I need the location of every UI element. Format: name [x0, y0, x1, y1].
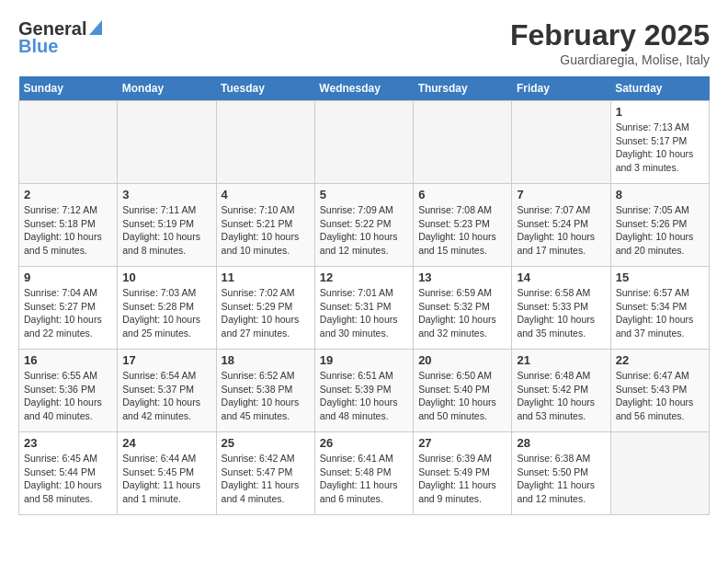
day-info: Sunrise: 6:41 AM Sunset: 5:48 PM Dayligh… — [320, 452, 408, 506]
day-number: 8 — [616, 188, 704, 201]
logo: General Blue — [18, 18, 102, 57]
day-info: Sunrise: 7:13 AM Sunset: 5:17 PM Dayligh… — [616, 121, 704, 175]
calendar-cell: 6Sunrise: 7:08 AM Sunset: 5:23 PM Daylig… — [414, 184, 512, 267]
calendar-cell — [314, 101, 413, 184]
calendar-cell: 13Sunrise: 6:59 AM Sunset: 5:32 PM Dayli… — [414, 267, 512, 350]
calendar-table: SundayMondayTuesdayWednesdayThursdayFrid… — [18, 76, 710, 515]
day-info: Sunrise: 6:52 AM Sunset: 5:38 PM Dayligh… — [222, 369, 310, 423]
location: Guardiaregia, Molise, Italy — [510, 52, 710, 67]
day-number: 12 — [320, 270, 408, 284]
calendar-cell: 20Sunrise: 6:50 AM Sunset: 5:40 PM Dayli… — [414, 350, 512, 432]
calendar-cell: 23Sunrise: 6:45 AM Sunset: 5:44 PM Dayli… — [19, 432, 118, 515]
title-block: February 2025 Guardiaregia, Molise, Ital… — [510, 18, 710, 67]
week-row-3: 16Sunrise: 6:55 AM Sunset: 5:36 PM Dayli… — [19, 350, 710, 432]
day-number: 1 — [616, 105, 704, 119]
calendar-cell: 18Sunrise: 6:52 AM Sunset: 5:38 PM Dayli… — [216, 350, 314, 432]
calendar-body: 1Sunrise: 7:13 AM Sunset: 5:17 PM Daylig… — [19, 101, 710, 515]
calendar-cell: 4Sunrise: 7:10 AM Sunset: 5:21 PM Daylig… — [216, 184, 314, 267]
calendar-cell — [118, 101, 216, 184]
day-info: Sunrise: 6:38 AM Sunset: 5:50 PM Dayligh… — [517, 452, 605, 506]
header-wednesday: Wednesday — [314, 76, 413, 101]
day-info: Sunrise: 7:02 AM Sunset: 5:29 PM Dayligh… — [222, 286, 310, 340]
day-number: 11 — [222, 270, 310, 284]
calendar-cell: 11Sunrise: 7:02 AM Sunset: 5:29 PM Dayli… — [216, 267, 314, 350]
calendar-cell: 22Sunrise: 6:47 AM Sunset: 5:43 PM Dayli… — [610, 350, 709, 432]
day-info: Sunrise: 7:08 AM Sunset: 5:23 PM Dayligh… — [418, 203, 506, 258]
day-number: 5 — [320, 188, 408, 201]
day-number: 10 — [122, 270, 210, 284]
calendar-cell — [216, 101, 314, 184]
calendar-cell: 17Sunrise: 6:54 AM Sunset: 5:37 PM Dayli… — [118, 350, 216, 432]
calendar-cell — [414, 101, 512, 184]
calendar-cell: 10Sunrise: 7:03 AM Sunset: 5:28 PM Dayli… — [118, 267, 216, 350]
day-number: 6 — [418, 188, 506, 201]
day-info: Sunrise: 7:12 AM Sunset: 5:18 PM Dayligh… — [24, 203, 112, 258]
day-number: 2 — [24, 188, 112, 201]
week-row-0: 1Sunrise: 7:13 AM Sunset: 5:17 PM Daylig… — [19, 101, 710, 184]
day-info: Sunrise: 6:55 AM Sunset: 5:36 PM Dayligh… — [24, 369, 112, 423]
day-info: Sunrise: 7:07 AM Sunset: 5:24 PM Dayligh… — [517, 203, 605, 258]
calendar-cell: 27Sunrise: 6:39 AM Sunset: 5:49 PM Dayli… — [414, 432, 512, 515]
day-number: 4 — [222, 188, 310, 201]
header-tuesday: Tuesday — [216, 76, 314, 101]
day-info: Sunrise: 6:42 AM Sunset: 5:47 PM Dayligh… — [222, 452, 310, 506]
calendar-cell — [610, 432, 709, 515]
day-info: Sunrise: 7:04 AM Sunset: 5:27 PM Dayligh… — [24, 286, 112, 340]
header-saturday: Saturday — [610, 76, 709, 101]
logo-blue-text: Blue — [18, 36, 58, 57]
calendar-cell: 25Sunrise: 6:42 AM Sunset: 5:47 PM Dayli… — [216, 432, 314, 515]
day-info: Sunrise: 6:44 AM Sunset: 5:45 PM Dayligh… — [122, 452, 210, 506]
calendar-cell — [512, 101, 610, 184]
day-info: Sunrise: 6:51 AM Sunset: 5:39 PM Dayligh… — [320, 369, 408, 423]
day-number: 28 — [517, 436, 605, 450]
calendar-cell: 3Sunrise: 7:11 AM Sunset: 5:19 PM Daylig… — [118, 184, 216, 267]
calendar-cell — [19, 101, 118, 184]
calendar-cell: 14Sunrise: 6:58 AM Sunset: 5:33 PM Dayli… — [512, 267, 610, 350]
day-number: 22 — [616, 353, 704, 367]
calendar-cell: 8Sunrise: 7:05 AM Sunset: 5:26 PM Daylig… — [610, 184, 709, 267]
calendar-cell: 12Sunrise: 7:01 AM Sunset: 5:31 PM Dayli… — [314, 267, 413, 350]
week-row-2: 9Sunrise: 7:04 AM Sunset: 5:27 PM Daylig… — [19, 267, 710, 350]
week-row-1: 2Sunrise: 7:12 AM Sunset: 5:18 PM Daylig… — [19, 184, 710, 267]
day-number: 25 — [222, 436, 310, 450]
calendar-cell: 16Sunrise: 6:55 AM Sunset: 5:36 PM Dayli… — [19, 350, 118, 432]
calendar-cell: 9Sunrise: 7:04 AM Sunset: 5:27 PM Daylig… — [19, 267, 118, 350]
header-friday: Friday — [512, 76, 610, 101]
header-monday: Monday — [118, 76, 216, 101]
calendar-cell: 15Sunrise: 6:57 AM Sunset: 5:34 PM Dayli… — [610, 267, 709, 350]
header-row: SundayMondayTuesdayWednesdayThursdayFrid… — [19, 76, 710, 101]
day-number: 21 — [517, 353, 605, 367]
day-number: 20 — [418, 353, 506, 367]
calendar-cell: 19Sunrise: 6:51 AM Sunset: 5:39 PM Dayli… — [314, 350, 413, 432]
calendar-cell: 24Sunrise: 6:44 AM Sunset: 5:45 PM Dayli… — [118, 432, 216, 515]
day-info: Sunrise: 6:54 AM Sunset: 5:37 PM Dayligh… — [122, 369, 210, 423]
day-number: 14 — [517, 270, 605, 284]
calendar-cell: 1Sunrise: 7:13 AM Sunset: 5:17 PM Daylig… — [610, 101, 709, 184]
week-row-4: 23Sunrise: 6:45 AM Sunset: 5:44 PM Dayli… — [19, 432, 710, 515]
day-number: 13 — [418, 270, 506, 284]
day-info: Sunrise: 7:03 AM Sunset: 5:28 PM Dayligh… — [122, 286, 210, 340]
day-info: Sunrise: 6:48 AM Sunset: 5:42 PM Dayligh… — [517, 369, 605, 423]
day-number: 23 — [24, 436, 112, 450]
day-info: Sunrise: 7:09 AM Sunset: 5:22 PM Dayligh… — [320, 203, 408, 258]
day-info: Sunrise: 7:05 AM Sunset: 5:26 PM Dayligh… — [616, 203, 704, 258]
day-info: Sunrise: 6:47 AM Sunset: 5:43 PM Dayligh… — [616, 369, 704, 423]
calendar-header: SundayMondayTuesdayWednesdayThursdayFrid… — [19, 76, 710, 101]
day-number: 7 — [517, 188, 605, 201]
day-info: Sunrise: 7:01 AM Sunset: 5:31 PM Dayligh… — [320, 286, 408, 340]
calendar-cell: 28Sunrise: 6:38 AM Sunset: 5:50 PM Dayli… — [512, 432, 610, 515]
day-info: Sunrise: 7:10 AM Sunset: 5:21 PM Dayligh… — [222, 203, 310, 258]
day-number: 19 — [320, 353, 408, 367]
svg-marker-0 — [89, 20, 102, 35]
day-info: Sunrise: 6:39 AM Sunset: 5:49 PM Dayligh… — [418, 452, 506, 506]
month-title: February 2025 — [510, 18, 710, 52]
calendar-cell: 21Sunrise: 6:48 AM Sunset: 5:42 PM Dayli… — [512, 350, 610, 432]
day-number: 26 — [320, 436, 408, 450]
day-number: 3 — [122, 188, 210, 201]
day-number: 27 — [418, 436, 506, 450]
day-number: 24 — [122, 436, 210, 450]
day-number: 17 — [122, 353, 210, 367]
day-info: Sunrise: 6:50 AM Sunset: 5:40 PM Dayligh… — [418, 369, 506, 423]
day-info: Sunrise: 7:11 AM Sunset: 5:19 PM Dayligh… — [122, 203, 210, 258]
logo-arrow-icon — [89, 20, 102, 39]
